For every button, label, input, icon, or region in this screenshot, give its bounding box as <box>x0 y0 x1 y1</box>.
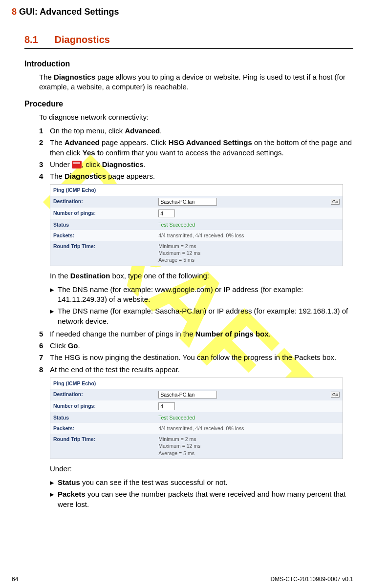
row-pings: Number of pings: <box>50 208 343 219</box>
section-rule <box>24 48 353 49</box>
go-cell: Go <box>328 196 343 208</box>
under-label: Under: <box>50 464 353 474</box>
ping-screenshot-1: Ping (ICMP Echo) Destination: Go Number … <box>50 184 343 266</box>
section-name: Diagnostics <box>55 34 110 45</box>
procedure-lead: To diagnose network connectivity: <box>39 112 353 122</box>
under-item-status: ▶Status you can see if the test was succ… <box>50 478 353 487</box>
step-3: 3 Under , click Diagnostics. <box>39 160 353 169</box>
row-status: Status Test Succeeded <box>50 412 343 423</box>
destination-input[interactable] <box>158 198 217 206</box>
doc-id: DMS-CTC-20110909-0007 v0.1 <box>271 575 353 583</box>
go-button[interactable]: Go <box>331 392 340 398</box>
row-status: Status Test Succeeded <box>50 219 343 230</box>
step-4: 4 The Diagnostics page appears. <box>39 171 353 181</box>
status-value: Test Succeeded <box>155 412 343 423</box>
ping-header: Ping (ICMP Echo) <box>50 378 343 389</box>
under-item-packets: ▶Packets you can see the number packets … <box>50 489 353 509</box>
dest-label: Destination: <box>50 196 155 208</box>
destination-input[interactable] <box>158 391 217 399</box>
row-destination: Destination: Go <box>50 196 343 208</box>
ping-screenshot-2: Ping (ICMP Echo) Destination: Go Number … <box>50 378 343 459</box>
triangle-icon: ▶ <box>50 285 58 305</box>
rtt-value: Minimum = 2 ms Maximum = 12 ms Average =… <box>155 241 343 266</box>
under-sublist: ▶Status you can see if the test was succ… <box>50 478 353 509</box>
rtt-label: Round Trip Time: <box>50 434 155 459</box>
status-value: Test Succeeded <box>155 219 343 230</box>
row-destination: Destination: Go <box>50 389 343 400</box>
packets-value: 4/4 transmitted, 4/4 received, 0% loss <box>155 423 343 434</box>
chapter-number: 8 <box>12 7 17 17</box>
rtt-value: Minimum = 2 ms Maximum = 12 ms Average =… <box>155 434 343 459</box>
step-1: 1 On the top menu, click Advanced. <box>39 126 353 136</box>
chapter-title: 8 GUI: Advanced Settings <box>12 6 353 18</box>
page-content: 8 GUI: Advanced Settings 8.1 Diagnostics… <box>0 0 365 509</box>
step-8: 8 At the end of the test the results app… <box>39 365 353 375</box>
section-number: 8.1 <box>24 33 52 46</box>
sub-item-1: ▶The DNS name (for example: www.google.c… <box>50 285 353 305</box>
pings-label: Number of pings: <box>50 208 155 219</box>
section-title: 8.1 Diagnostics <box>24 33 353 46</box>
chapter-name: GUI: Advanced Settings <box>19 7 119 17</box>
ping-table: Destination: Go Number of pings: Status … <box>50 389 343 459</box>
step4-post: In the Destination box, type one of the … <box>50 271 353 281</box>
packets-label: Packets: <box>50 423 155 434</box>
row-pings: Number of pings: <box>50 400 343 412</box>
step-5: 5 If needed change the number of pings i… <box>39 329 353 339</box>
dest-label: Destination: <box>50 389 155 400</box>
triangle-icon: ▶ <box>50 489 58 509</box>
intro-heading: Introduction <box>24 59 353 69</box>
go-button[interactable]: Go <box>331 199 340 205</box>
triangle-icon: ▶ <box>50 478 58 487</box>
triangle-icon: ▶ <box>50 306 58 326</box>
steps-list: 1 On the top menu, click Advanced. 2 The… <box>39 126 353 181</box>
row-packets: Packets: 4/4 transmitted, 4/4 received, … <box>50 230 343 241</box>
ping-header: Ping (ICMP Echo) <box>50 185 343 195</box>
intro-paragraph: The Diagnostics page allows you to ping … <box>39 72 353 92</box>
dest-sublist: ▶The DNS name (for example: www.google.c… <box>50 285 353 326</box>
rtt-label: Round Trip Time: <box>50 241 155 266</box>
procedure-heading: Procedure <box>24 99 353 109</box>
step-7: 7 The HSG is now pinging the destination… <box>39 353 353 362</box>
row-packets: Packets: 4/4 transmitted, 4/4 received, … <box>50 423 343 434</box>
step-6: 6 Click Go. <box>39 341 353 351</box>
pings-label: Number of pings: <box>50 400 155 412</box>
pings-input[interactable] <box>158 402 175 410</box>
steps-list-2: 5 If needed change the number of pings i… <box>39 329 353 375</box>
status-label: Status <box>50 412 155 423</box>
step-2: 2 The Advanced page appears. Click HSG A… <box>39 138 353 158</box>
row-rtt: Round Trip Time: Minimum = 2 ms Maximum … <box>50 241 343 266</box>
toolbox-icon <box>72 161 82 168</box>
ping-table: Destination: Go Number of pings: Status … <box>50 196 343 266</box>
row-rtt: Round Trip Time: Minimum = 2 ms Maximum … <box>50 434 343 459</box>
page-footer: 64 DMS-CTC-20110909-0007 v0.1 <box>12 575 353 583</box>
status-label: Status <box>50 219 155 230</box>
dest-cell <box>155 196 328 208</box>
packets-label: Packets: <box>50 230 155 241</box>
page-number: 64 <box>12 575 18 583</box>
pings-input[interactable] <box>158 210 175 217</box>
packets-value: 4/4 transmitted, 4/4 received, 0% loss <box>155 230 343 241</box>
sub-item-2: ▶The DNS name (for example: Sascha-PC.la… <box>50 306 353 326</box>
